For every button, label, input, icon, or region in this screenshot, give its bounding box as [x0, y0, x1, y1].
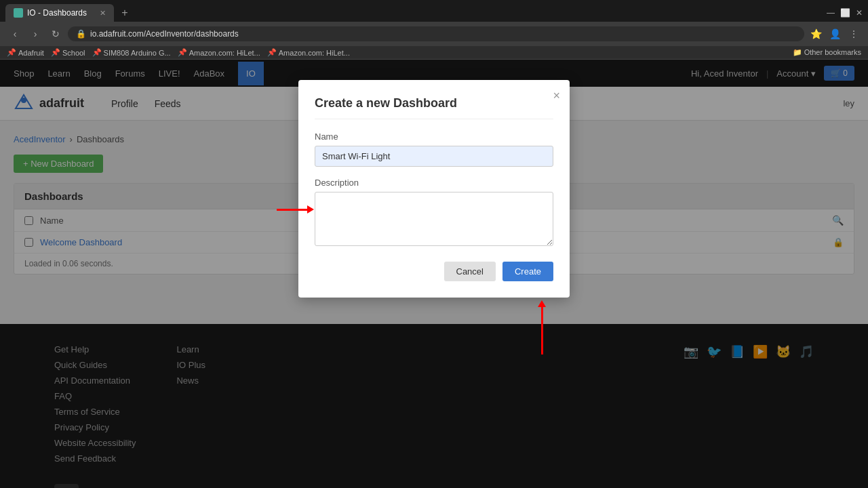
tab-favicon: [14, 8, 23, 18]
description-label: Description: [315, 178, 553, 188]
bookmark-amazon2[interactable]: 📌 Amazon.com: HiLet...: [267, 48, 350, 57]
back-button[interactable]: ‹: [7, 26, 23, 42]
menu-button[interactable]: ⋮: [846, 26, 861, 41]
browser-controls: ‹ › ↻ 🔒 io.adafruit.com/AcedInventor/das…: [0, 22, 868, 46]
arrow-indicator-right: [277, 205, 314, 214]
bookmark-amazon1[interactable]: 📌 Amazon.com: HiLet...: [178, 48, 260, 57]
forward-button[interactable]: ›: [27, 26, 43, 42]
tab-bar: IO - Dashboards ✕ + — ⬜ ✕: [0, 0, 868, 22]
name-label: Name: [315, 131, 553, 142]
description-textarea[interactable]: [315, 192, 553, 246]
browser-actions: ⭐ 👤 ⋮: [808, 26, 861, 41]
modal-dialog: Create a new Dashboard × Name Descriptio…: [298, 80, 570, 298]
address-bar[interactable]: 🔒 io.adafruit.com/AcedInventor/dashboard…: [68, 26, 804, 41]
page: Shop Learn Blog Forums LIVE! AdaBox IO H…: [0, 60, 868, 488]
secure-icon: 🔒: [76, 29, 86, 39]
new-tab-button[interactable]: +: [117, 5, 133, 21]
bookmark-adafruit[interactable]: 📌 Adafruit: [7, 48, 44, 57]
cancel-button[interactable]: Cancel: [444, 262, 496, 281]
close-window-button[interactable]: ✕: [856, 8, 863, 18]
arrow-indicator-up: [538, 300, 546, 354]
extensions-button[interactable]: ⭐: [808, 26, 823, 41]
browser-chrome: IO - Dashboards ✕ + — ⬜ ✕ ‹ › ↻ 🔒 io.ada…: [0, 0, 868, 60]
tab-close-button[interactable]: ✕: [100, 9, 106, 18]
modal-close-button[interactable]: ×: [553, 89, 560, 102]
bookmark-school[interactable]: 📌 School: [51, 48, 85, 57]
reload-button[interactable]: ↻: [47, 26, 64, 42]
modal-title: Create a new Dashboard: [315, 96, 553, 119]
modal-actions: Cancel Create: [315, 262, 553, 281]
restore-button[interactable]: ⬜: [840, 8, 850, 18]
profile-button[interactable]: 👤: [827, 26, 842, 41]
address-text: io.adafruit.com/AcedInventor/dashboards: [90, 29, 239, 39]
tab-active[interactable]: IO - Dashboards ✕: [5, 4, 114, 22]
bookmarks-bar: 📌 Adafruit 📌 School 📌 SIM808 Arduino G..…: [0, 46, 868, 60]
minimize-button[interactable]: —: [827, 8, 835, 18]
name-input[interactable]: [315, 146, 553, 167]
description-form-group: Description: [315, 178, 553, 248]
create-button[interactable]: Create: [502, 262, 553, 281]
bookmark-sim808[interactable]: 📌 SIM808 Arduino G...: [92, 48, 171, 57]
modal-overlay: Create a new Dashboard × Name Descriptio…: [0, 60, 868, 488]
other-bookmarks[interactable]: 📁 Other bookmarks: [793, 48, 861, 57]
tab-label: IO - Dashboards: [27, 8, 87, 18]
name-form-group: Name: [315, 131, 553, 167]
